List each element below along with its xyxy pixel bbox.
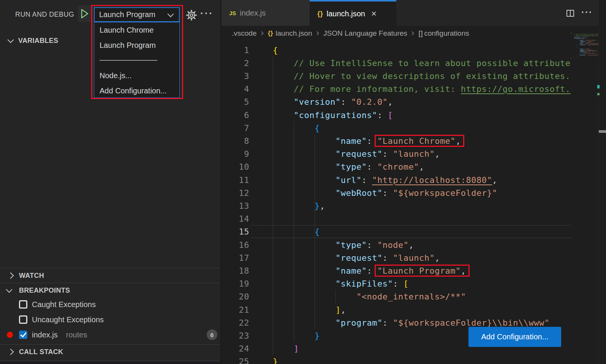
line-content: "webRoot": "${workspaceFolder}" [273,186,497,200]
code-line-5: 5 "version": "0.2.0", [222,95,571,109]
line-content: { [273,225,320,238]
line-content: "request": "launch", [273,251,440,265]
line-number: 13 [222,199,249,213]
line-content: // Hover to view descriptions of existin… [273,69,570,83]
line-number: 1 [222,44,249,57]
red-annotation-box-code: "Launch Chrome", [377,136,461,146]
line-number: 14 [222,212,249,225]
line-content: "configurations": [ [273,109,393,122]
code-line-25: 25} [222,355,571,364]
code-line-16: 16 "type": "node", [222,238,571,252]
line-content: }, [273,199,325,213]
breakpoint-checkbox[interactable] [19,300,27,309]
breakpoint-row[interactable]: index.jsroutes6 [0,327,220,342]
overview-ruler[interactable] [598,0,606,364]
line-number: 12 [222,186,249,200]
line-content: ], [273,303,346,317]
line-content: "type": "node", [273,238,414,252]
code-line-21: 21 ], [222,303,571,317]
line-content: } [273,329,320,342]
ruler-mark [597,85,600,88]
code-line-9: 9 "request": "launch", [222,147,571,161]
line-content: "name": "Launch Chrome", [273,134,461,148]
code-line-18: 18 "name": "Launch Program", [222,264,571,277]
breakpoints-section-header[interactable]: BREAKPOINTS [0,283,220,298]
start-debugging-button[interactable] [78,5,92,22]
code-line-1: 1{ [222,44,571,57]
code-editor[interactable]: 1{2 // Use IntelliSense to learn about p… [222,0,571,364]
code-line-3: 3 // Hover to view descriptions of exist… [222,69,571,83]
chevron-down-icon [8,37,14,43]
variables-label: VARIABLES [18,37,58,45]
breakpoint-checkbox[interactable] [19,315,27,324]
code-line-20: 20 "<node_internals>/**" [222,290,571,303]
minimap-line: } [571,58,598,59]
line-number: 10 [222,160,249,173]
breakpoint-checkbox[interactable] [19,331,27,339]
chevron-down-icon [6,287,13,293]
line-number: 19 [222,277,249,290]
line-number: 23 [222,329,249,342]
more-actions-icon[interactable]: ··· [581,7,593,17]
line-number: 2 [222,57,249,70]
breakpoint-row[interactable]: Caught Exceptions [0,297,220,312]
add-configuration-button[interactable]: Add Configuration... [468,327,561,347]
line-content: "url": "http://localhost:8080", [273,173,497,187]
breakpoint-count-badge: 6 [207,329,217,340]
play-icon [81,9,89,19]
code-line-15: 15 { [222,225,571,238]
line-number: 4 [222,82,249,96]
breakpoint-label: Caught Exceptions [32,300,96,309]
line-content: "type": "chrome", [273,160,424,173]
line-number: 18 [222,264,249,277]
red-annotation-box-code: "Launch Program", [377,266,466,276]
line-number: 11 [222,173,249,187]
line-number: 5 [222,95,249,109]
code-line-13: 13 }, [222,199,571,213]
line-content: } [273,355,278,364]
code-line-12: 12 "webRoot": "${workspaceFolder}" [222,186,571,200]
code-line-17: 17 "request": "launch", [222,251,571,265]
ruler-mark [597,93,600,95]
code-line-6: 6 "configurations": [ [222,109,571,122]
code-line-10: 10 "type": "chrome", [222,160,571,173]
watch-section-header[interactable]: WATCH [0,268,220,283]
line-number: 24 [222,342,249,355]
breakpoints-list: Caught ExceptionsUncaught Exceptionsinde… [0,297,220,342]
line-number: 17 [222,251,249,265]
debug-settings-gear-icon[interactable] [185,9,198,22]
chevron-right-icon [8,349,14,355]
call-stack-section-header[interactable]: CALL STACK [0,345,220,359]
line-content: "name": "Launch Program", [273,264,466,277]
breakpoint-label: index.js [32,331,58,339]
sidebar-title: RUN AND DEBUG [15,11,74,19]
scrollbar-thumb[interactable] [599,130,606,133]
line-content: { [273,44,278,57]
breakpoint-label: Uncaught Exceptions [32,315,104,324]
minimap[interactable]: { // Use IntelliSense to learn about pos… [571,33,598,63]
breakpoint-dot [7,332,19,338]
code-line-7: 7 { [222,121,571,135]
chevron-right-icon [8,273,14,279]
breakpoint-row[interactable]: Uncaught Exceptions [0,312,220,327]
line-number: 6 [222,109,249,122]
line-content: "<node_internals>/**" [273,290,466,303]
call-stack-label: CALL STACK [19,348,63,356]
code-line-14: 14 [222,212,571,225]
breakpoint-path: routes [66,331,87,339]
line-content: // Use IntelliSense to learn about possi… [273,57,571,70]
code-line-19: 19 "skipFiles": [ [222,277,571,290]
red-annotation-box-dropdown [91,5,183,99]
line-content: "request": "launch", [273,147,440,161]
watch-label: WATCH [19,272,44,280]
line-number: 25 [222,355,249,364]
run-and-debug-sidebar: RUN AND DEBUG Launch Program ··· [0,0,220,364]
code-line-11: 11 "url": "http://localhost:8080", [222,173,571,187]
line-content: "version": "0.2.0", [273,95,393,109]
more-actions-icon[interactable]: ··· [200,8,214,19]
line-number: 8 [222,134,249,148]
line-number: 9 [222,147,249,161]
panel-bottom-strip [0,361,220,364]
line-number: 3 [222,69,249,83]
line-number: 16 [222,238,249,252]
